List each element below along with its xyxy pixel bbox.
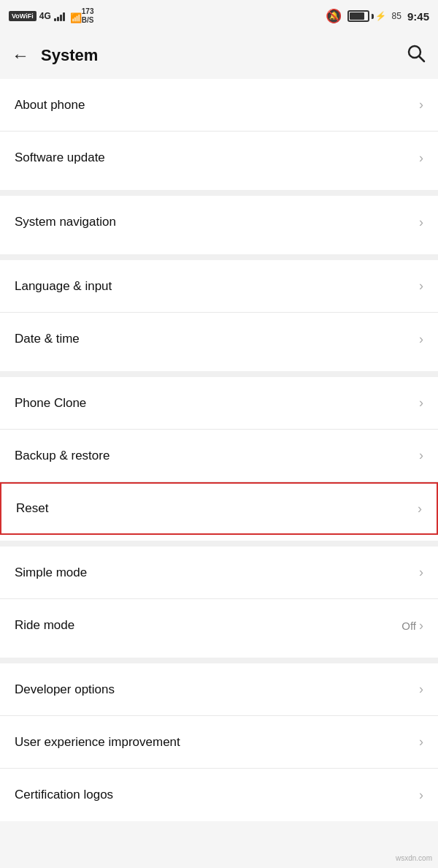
section-divider-5 bbox=[0, 658, 438, 663]
status-left: VoWiFi 4G 📶 173 B/S bbox=[9, 7, 93, 25]
menu-group-6: Developer options › User experience impr… bbox=[0, 663, 438, 821]
battery-number: 85 bbox=[392, 11, 402, 21]
signal-bars bbox=[54, 11, 65, 21]
section-divider-4 bbox=[0, 541, 438, 547]
back-button[interactable]: ← bbox=[12, 45, 29, 66]
menu-group-5: Simple mode › Ride mode Off › bbox=[0, 547, 438, 652]
developer-options-right: › bbox=[419, 682, 423, 697]
menu-item-language-input[interactable]: Language & input › bbox=[0, 260, 438, 313]
battery-container: ⚡ bbox=[347, 10, 386, 22]
chevron-icon: › bbox=[419, 618, 423, 633]
menu-item-backup-restore[interactable]: Backup & restore › bbox=[0, 430, 438, 482]
language-input-label: Language & input bbox=[15, 279, 112, 294]
date-time-right: › bbox=[419, 332, 423, 347]
menu-item-system-navigation[interactable]: System navigation › bbox=[0, 196, 438, 248]
language-input-right: › bbox=[419, 278, 423, 294]
developer-options-label: Developer options bbox=[15, 682, 115, 697]
reset-label: Reset bbox=[16, 501, 48, 516]
status-bar: VoWiFi 4G 📶 173 B/S 🔕 ⚡ 85 9:45 bbox=[0, 0, 438, 32]
chevron-icon: › bbox=[419, 395, 423, 411]
menu-group-1: About phone › Software update › bbox=[0, 79, 438, 184]
battery-percent: ⚡ bbox=[375, 11, 386, 21]
chevron-icon: › bbox=[419, 97, 423, 113]
software-update-label: Software update bbox=[15, 151, 105, 165]
chevron-icon: › bbox=[419, 565, 423, 580]
wifi-icon: 📶 bbox=[70, 12, 79, 21]
search-button[interactable] bbox=[406, 43, 426, 69]
chevron-icon: › bbox=[419, 332, 423, 347]
certification-logos-right: › bbox=[419, 788, 423, 803]
signal-bar-1 bbox=[54, 18, 56, 21]
menu-group-4: Phone Clone › Backup & restore › Reset › bbox=[0, 377, 438, 535]
menu-item-phone-clone[interactable]: Phone Clone › bbox=[0, 377, 438, 430]
chevron-icon: › bbox=[419, 215, 423, 230]
menu-item-ride-mode[interactable]: Ride mode Off › bbox=[0, 599, 438, 652]
menu-item-developer-options[interactable]: Developer options › bbox=[0, 663, 438, 716]
menu-group-3: Language & input › Date & time › bbox=[0, 260, 438, 365]
chevron-icon: › bbox=[419, 278, 423, 294]
menu-list: About phone › Software update › System n… bbox=[0, 79, 438, 821]
simple-mode-right: › bbox=[419, 565, 423, 580]
phone-clone-label: Phone Clone bbox=[15, 396, 86, 411]
signal-bar-4 bbox=[63, 12, 65, 21]
certification-logos-label: Certification logos bbox=[15, 788, 113, 802]
ride-mode-right: Off › bbox=[402, 618, 423, 633]
page-header: ← System bbox=[0, 32, 438, 79]
date-time-label: Date & time bbox=[15, 332, 80, 346]
chevron-icon: › bbox=[419, 448, 423, 463]
status-right: 🔕 ⚡ 85 9:45 bbox=[326, 8, 429, 24]
time-display: 9:45 bbox=[407, 10, 429, 23]
chevron-icon: › bbox=[419, 682, 423, 697]
menu-item-date-time[interactable]: Date & time › bbox=[0, 313, 438, 365]
chevron-icon: › bbox=[419, 788, 423, 803]
menu-item-about-phone[interactable]: About phone › bbox=[0, 79, 438, 132]
signal-bar-3 bbox=[60, 15, 62, 21]
battery-tip bbox=[372, 14, 374, 19]
chevron-icon: › bbox=[418, 501, 422, 517]
menu-group-2: System navigation › bbox=[0, 196, 438, 248]
chevron-icon: › bbox=[419, 151, 423, 166]
signal-bar-2 bbox=[57, 17, 59, 21]
simple-mode-label: Simple mode bbox=[15, 566, 87, 580]
backup-restore-label: Backup & restore bbox=[15, 449, 110, 463]
ride-mode-label: Ride mode bbox=[15, 618, 74, 633]
network-type: 4G bbox=[39, 11, 51, 21]
svg-point-0 bbox=[409, 46, 420, 58]
system-navigation-right: › bbox=[419, 215, 423, 230]
battery-fill bbox=[350, 12, 364, 20]
section-divider-1 bbox=[0, 190, 438, 196]
backup-restore-right: › bbox=[419, 448, 423, 463]
watermark: wsxdn.com bbox=[396, 854, 432, 862]
data-speed: 173 B/S bbox=[82, 7, 94, 25]
chevron-icon: › bbox=[419, 734, 423, 750]
user-experience-right: › bbox=[419, 734, 423, 750]
about-phone-right: › bbox=[419, 97, 423, 113]
about-phone-label: About phone bbox=[15, 98, 85, 113]
wifi-bars: 📶 bbox=[70, 11, 79, 21]
svg-line-1 bbox=[420, 56, 425, 61]
page-title: System bbox=[41, 46, 98, 65]
phone-clone-right: › bbox=[419, 395, 423, 411]
menu-item-reset[interactable]: Reset › bbox=[0, 482, 438, 535]
menu-item-simple-mode[interactable]: Simple mode › bbox=[0, 547, 438, 599]
reset-right: › bbox=[418, 501, 422, 517]
vowifi-badge: VoWiFi bbox=[9, 11, 36, 21]
user-experience-label: User experience improvement bbox=[15, 735, 180, 750]
ride-mode-value: Off bbox=[402, 620, 416, 632]
bell-mute-icon: 🔕 bbox=[326, 8, 342, 24]
battery-icon bbox=[347, 10, 369, 22]
menu-item-software-update[interactable]: Software update › bbox=[0, 132, 438, 184]
software-update-right: › bbox=[419, 151, 423, 166]
menu-item-certification-logos[interactable]: Certification logos › bbox=[0, 769, 438, 821]
menu-item-user-experience[interactable]: User experience improvement › bbox=[0, 716, 438, 769]
system-navigation-label: System navigation bbox=[15, 215, 116, 229]
section-divider-3 bbox=[0, 371, 438, 377]
section-divider-2 bbox=[0, 254, 438, 260]
header-left: ← System bbox=[12, 45, 98, 66]
